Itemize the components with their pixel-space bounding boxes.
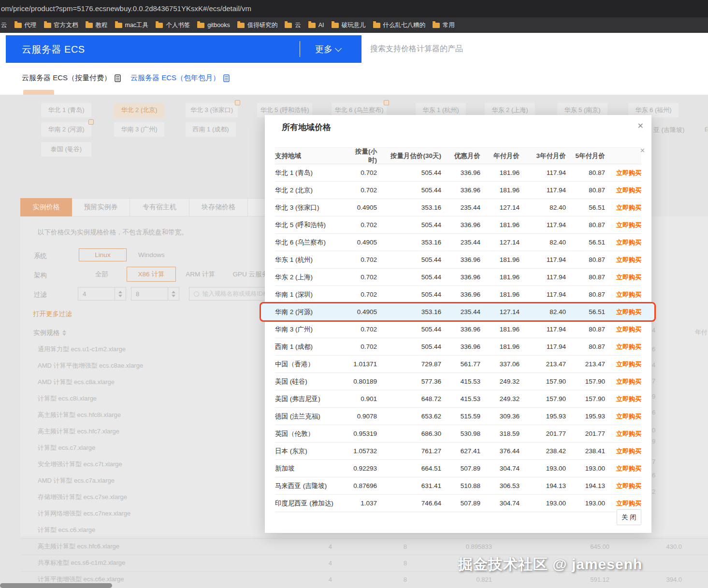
cpu-value: 4 [78,290,115,298]
cpu-stepper[interactable]: 4 [78,287,126,301]
bookmark-partial[interactable]: 云 [1,21,7,29]
table-row: 德国 (法兰克福)0.9078653.62515.59309.36195.931… [275,408,641,425]
product-search-input[interactable]: 搜索支持价格计算器的产品 [361,35,708,63]
cell-action: 立即购买 [605,412,641,421]
buy-now-link[interactable]: 立即购买 [616,239,641,246]
price-tab[interactable]: 专有宿主机 [130,198,189,216]
region-button-fragment[interactable]: 印 [705,126,708,134]
buy-now-link[interactable]: 立即购买 [616,413,641,420]
region-button[interactable]: 华北 1 (青岛) [41,103,91,117]
region-button[interactable]: 华北 2 (北京) [114,103,164,117]
table-row: 英国（伦敦）0.95319686.30530.98318.59201.77201… [275,425,641,443]
buy-now-link[interactable]: 立即购买 [616,395,641,402]
bookmark-item[interactable]: 什么乱七八糟的 [373,21,426,29]
stepper-arrows[interactable] [168,287,179,300]
price-tab[interactable]: 实例价格 [20,198,72,216]
instance-item[interactable]: 通用算力型 ecs.u1-c1m2.xlarge [38,341,260,358]
close-icon[interactable]: ✕ [637,121,644,130]
instance-item[interactable]: AMD 计算平衡增强型 ecs.c8ae.xlarge [38,358,260,374]
price-tab[interactable]: 预留实例券 [72,198,130,216]
buy-now-link[interactable]: 立即购买 [616,500,641,507]
region-button[interactable]: 泰国 (曼谷) [41,142,91,157]
tab-pay-as-you-go[interactable]: 云服务器 ECS（按量付费） [22,73,121,83]
instance-item[interactable]: 存储增强计算型 ecs.c7se.xlarge [38,489,260,505]
bookmark-item[interactable]: mac工具 [115,21,149,29]
buy-now-link[interactable]: 立即购买 [616,186,641,194]
buy-now-link[interactable]: 立即购买 [616,343,641,350]
spec-column-header[interactable]: 实例规格 [33,329,66,337]
system-option[interactable]: Windows [133,248,170,261]
price-tab[interactable]: 块存储价格 [189,198,248,216]
region-button[interactable]: 华南 3 (广州) [114,122,164,137]
bookmark-item[interactable]: 破玩意儿 [332,21,366,29]
calculator-icon [115,74,121,82]
cell-region: 华北 5 (呼和浩特) [275,221,347,229]
cell-hourly: 0.702 [347,256,377,263]
buy-now-link[interactable]: 立即购买 [616,430,641,437]
cell-discount-monthly: 507.89 [441,500,480,507]
bookmark-label: gitbooks [207,22,230,29]
cell-3year-monthly: 117.94 [520,291,566,298]
table-close-icon[interactable]: ✕ [640,147,645,154]
bookmark-item[interactable]: 官方文档 [44,21,78,29]
tab-subscription[interactable]: 云服务器 ECS（包年包月） [130,73,230,83]
bookmark-item[interactable]: gitbooks [197,22,230,29]
buy-now-link[interactable]: 立即购买 [616,221,641,229]
horizontal-scrollbar[interactable] [0,583,112,588]
instance-item[interactable]: 安全增强计算型 ecs.c7t.xlarge [38,456,260,473]
bookmark-item[interactable]: AI [308,22,324,29]
background-cell: 645.00 [561,539,609,555]
folder-icon [115,23,122,28]
buy-now-link[interactable]: 立即购买 [616,378,641,385]
table-row: 华北 5 (呼和浩特)0.702505.44336.96181.96117.94… [275,216,641,234]
spec-column-header-label: 实例规格 [33,329,59,337]
region-label: 华北 2 (北京) [121,106,157,115]
instance-item[interactable]: AMD 计算型 ecs.c7a.xlarge [38,473,260,489]
cell-action: 立即购买 [605,377,641,386]
close-button[interactable]: 关 闭 [617,509,641,525]
system-option[interactable]: Linux [79,248,127,261]
cell-monthly-estimate: 653.62 [377,413,441,420]
buy-now-link[interactable]: 立即购买 [616,482,641,489]
instance-item[interactable]: 高主频计算型 ecs.hfc7.xlarge [38,423,260,440]
stepper-arrows[interactable] [115,287,126,300]
bookmark-item[interactable]: 代理 [14,21,37,29]
folder-icon [433,23,440,28]
region-button[interactable]: 西南 1 (成都) [186,122,236,137]
instance-item[interactable]: 计算网络增强型 ecs.c7nex.xlarge [38,505,260,522]
buy-now-link[interactable]: 立即购买 [616,360,641,368]
bookmark-item[interactable]: 值得研究的 [237,21,278,29]
bookmark-item[interactable]: 常用 [433,21,455,29]
arch-option[interactable]: ARM 计算 [180,267,221,282]
cell-hourly: 0.702 [347,273,377,281]
arch-option[interactable]: X86 计算 [127,267,176,282]
region-button-fragment[interactable]: 亚 (吉隆坡) [653,126,684,134]
buy-now-link[interactable]: 立即购买 [616,204,641,211]
more-filters-link[interactable]: 打开更多过滤 [33,310,72,318]
buy-now-link[interactable]: 立即购买 [616,256,641,263]
cell-monthly-estimate: 577.36 [377,378,441,385]
browser-url-bar[interactable]: om/price/product?spm=5176.ecsnewbuy.0.0.… [0,0,708,17]
buy-now-link[interactable]: 立即购买 [616,291,641,298]
bookmark-item[interactable]: 云 [285,21,301,29]
buy-now-link[interactable]: 立即购买 [616,308,641,316]
buy-now-link[interactable]: 立即购买 [616,169,641,176]
more-button[interactable]: 更多 [315,35,341,63]
instance-item[interactable]: 计算型 ecs.c7.xlarge [38,440,260,456]
buy-now-link[interactable]: 立即购买 [616,447,641,455]
memory-stepper[interactable]: 8 [131,287,179,301]
buy-now-link[interactable]: 立即购买 [616,326,641,333]
instance-item[interactable]: 计算型 ecs.c6.xlarge [38,522,260,538]
buy-now-link[interactable]: 立即购买 [616,273,641,281]
arch-option[interactable]: 全部 [88,267,115,282]
instance-item[interactable]: 计算型 ecs.c8i.xlarge [38,390,260,407]
instance-item[interactable]: 高主频计算型 ecs.hfc8i.xlarge [38,407,260,423]
bookmark-item[interactable]: 教程 [86,21,108,29]
buy-now-link[interactable]: 立即购买 [616,465,641,472]
background-digit-fragment: 9 [652,393,658,400]
instance-item[interactable]: AMD 计算型 ecs.c8a.xlarge [38,374,260,390]
system-label: 系统 [34,252,47,260]
bookmark-item[interactable]: 个人书签 [156,21,190,29]
region-button[interactable]: 华北 3 (张家口) [186,103,238,117]
region-button[interactable]: 华南 2 (河源) [41,122,91,137]
